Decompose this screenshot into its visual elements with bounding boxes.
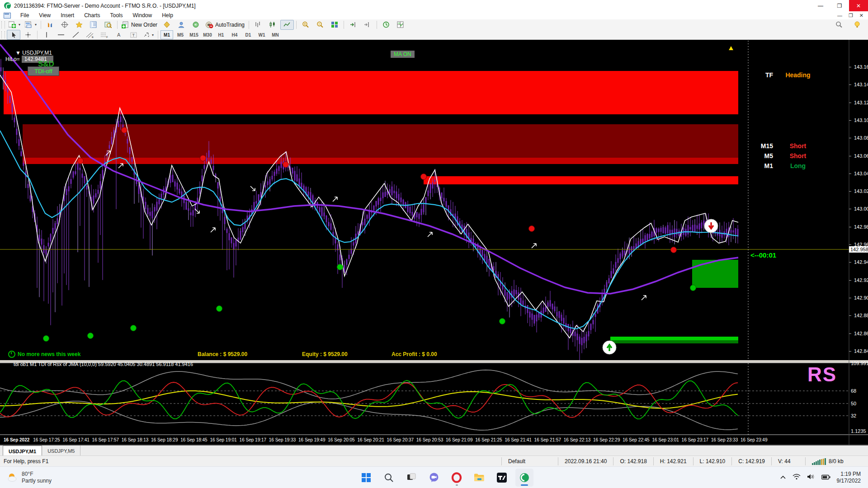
- timeframe-M30[interactable]: M30: [201, 30, 214, 39]
- status-profile[interactable]: Default: [501, 457, 558, 465]
- search-icon[interactable]: [380, 469, 398, 487]
- navigator-button[interactable]: [72, 20, 86, 30]
- strategy-tester-button[interactable]: [101, 20, 115, 30]
- taskbar-weather-widget[interactable]: 80°FPartly sunny: [0, 471, 142, 484]
- trendline-tool[interactable]: [69, 30, 82, 40]
- time-tick-label: 16 Sep 17:57: [92, 437, 119, 442]
- signal-direction: Short: [773, 142, 823, 150]
- file-explorer-icon[interactable]: [470, 469, 488, 487]
- arrows-tool[interactable]: ▾: [141, 30, 156, 40]
- opera-icon[interactable]: [448, 469, 466, 487]
- period-converter-button[interactable]: [379, 20, 393, 30]
- windows-start-icon[interactable]: [357, 469, 375, 487]
- crosshair-tool[interactable]: [21, 30, 35, 40]
- cursor-tool[interactable]: [7, 30, 20, 40]
- menu-tools[interactable]: Tools: [105, 12, 128, 19]
- new-chart-button[interactable]: ▾: [7, 20, 22, 30]
- timeframe-M5[interactable]: M5: [174, 30, 187, 39]
- auto-scroll-button[interactable]: [346, 20, 360, 30]
- minimize-button[interactable]: —: [811, 0, 830, 11]
- new-order-label: New Order: [131, 22, 157, 28]
- metaeditor-button[interactable]: [160, 20, 174, 30]
- new-order-button[interactable]: New Order: [120, 20, 159, 30]
- price-chart-canvas[interactable]: [0, 40, 868, 445]
- line-chart-button[interactable]: [280, 20, 294, 30]
- chart-window-icon[interactable]: [4, 13, 11, 19]
- bar-chart-button[interactable]: [251, 20, 265, 30]
- status-bar: For Help, press F1 Default 2022.09.16 21…: [0, 455, 868, 467]
- svg-text:T: T: [132, 33, 135, 38]
- tab-USDJPY-M5[interactable]: USDJPY,M5: [42, 446, 80, 456]
- zoom-in-button[interactable]: [299, 20, 312, 30]
- signal-tf: M1: [750, 162, 773, 169]
- close-button[interactable]: ✕: [849, 0, 868, 11]
- battery-icon[interactable]: [821, 474, 830, 482]
- taskbar-clock[interactable]: 1:19 PM 9/17/2022: [837, 471, 861, 484]
- task-view-icon[interactable]: [402, 469, 420, 487]
- data-window-button[interactable]: [58, 20, 71, 30]
- timeframe-MN[interactable]: MN: [269, 30, 282, 39]
- timeframe-W1[interactable]: W1: [255, 30, 268, 39]
- time-tick-label: 16 Sep 23:33: [711, 437, 738, 442]
- partly-sunny-icon: [6, 472, 18, 483]
- timeframe-M1[interactable]: M1: [160, 30, 173, 39]
- toolbar-grip[interactable]: [1, 21, 5, 28]
- child-restore-button[interactable]: ❐: [849, 13, 853, 19]
- metatrader-icon[interactable]: [515, 469, 533, 487]
- network-bars-icon: [812, 458, 826, 465]
- child-window-controls[interactable]: —❐✕: [837, 13, 868, 19]
- price-tick-label: 142.925: [849, 277, 868, 283]
- tradingview-icon[interactable]: [493, 469, 511, 487]
- time-tick-label: 16 Sep 17:41: [62, 437, 90, 442]
- chart-area[interactable]: ▼ USDJPY,M1 HiLo=142.9481 S&D TDI-off MA…: [0, 40, 868, 445]
- experts-button[interactable]: [175, 20, 188, 30]
- tile-windows-button[interactable]: [328, 20, 341, 30]
- child-minimize-button[interactable]: —: [837, 13, 842, 19]
- tray-chevron-icon[interactable]: [780, 474, 786, 482]
- time-tick-label: 16 Sep 20:37: [387, 437, 414, 442]
- wifi-icon[interactable]: [793, 474, 801, 482]
- volume-icon[interactable]: [807, 474, 815, 482]
- market-watch-button[interactable]: [43, 20, 57, 30]
- tips-bulb-icon[interactable]: [850, 20, 864, 30]
- vertical-line-tool[interactable]: [40, 30, 53, 40]
- timeframe-M15[interactable]: M15: [188, 30, 200, 39]
- tdi-toggle-button[interactable]: TDI-off: [28, 66, 59, 76]
- fibonacci-tool[interactable]: F: [98, 30, 111, 40]
- child-close-button[interactable]: ✕: [859, 13, 863, 19]
- time-tick-label: 16 Sep 20:05: [328, 437, 355, 442]
- menu-window[interactable]: Window: [128, 12, 157, 19]
- timeframe-D1[interactable]: D1: [242, 30, 255, 39]
- menu-file[interactable]: File: [15, 12, 34, 19]
- ma-toggle-button[interactable]: MA ON: [391, 51, 415, 58]
- maximize-button[interactable]: ❐: [830, 0, 849, 11]
- menu-charts[interactable]: Charts: [79, 12, 105, 19]
- text-tool[interactable]: A: [112, 30, 126, 40]
- channel-tool[interactable]: E: [83, 30, 97, 40]
- text-label-tool[interactable]: T: [127, 30, 140, 40]
- terminal-button[interactable]: [87, 20, 100, 30]
- chat-icon[interactable]: [425, 469, 443, 487]
- sounds-button[interactable]: [189, 20, 203, 30]
- menu-insert[interactable]: Insert: [56, 12, 79, 19]
- menu-view[interactable]: View: [34, 12, 56, 19]
- time-axis: 16 Sep 202216 Sep 17:2516 Sep 17:4116 Se…: [0, 436, 849, 445]
- time-tick-label: 16 Sep 21:09: [446, 437, 473, 442]
- timeframe-H4[interactable]: H4: [228, 30, 241, 39]
- toolbar-grip[interactable]: [1, 31, 5, 38]
- candlestick-button[interactable]: [266, 20, 279, 30]
- zoom-out-button[interactable]: [313, 20, 327, 30]
- profiles-button[interactable]: ▾: [23, 20, 38, 30]
- price-tick-label: 143.085: [849, 135, 868, 141]
- indicators-button[interactable]: [394, 20, 407, 30]
- autotrading-button[interactable]: AutoTrading: [203, 20, 246, 30]
- horizontal-line-tool[interactable]: [54, 30, 68, 40]
- price-tick-label: 142.905: [849, 295, 868, 300]
- status-volume: V: 44: [771, 457, 805, 465]
- time-tick-label: 16 Sep 23:17: [682, 437, 709, 442]
- quick-search-icon[interactable]: [832, 20, 846, 30]
- menu-help[interactable]: Help: [157, 12, 178, 19]
- time-tick-label: 16 Sep 18:29: [151, 437, 178, 442]
- timeframe-H1[interactable]: H1: [215, 30, 227, 39]
- chart-shift-button[interactable]: [361, 20, 374, 30]
